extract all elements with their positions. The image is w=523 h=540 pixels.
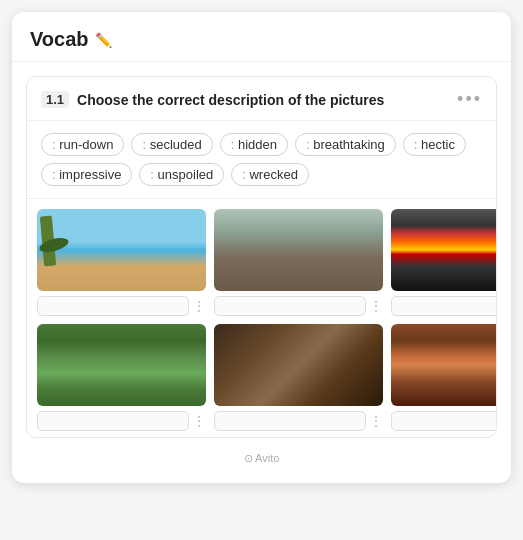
answer-input-cave[interactable] — [391, 411, 497, 431]
image-dots-forest[interactable]: ⋮ — [192, 413, 206, 429]
word-chip-impressive[interactable]: impressive — [41, 163, 132, 186]
word-chip-unspoiled[interactable]: unspoiled — [139, 163, 224, 186]
exercise-instruction: Choose the correct description of the pi… — [77, 92, 384, 108]
images-grid: ⋮⋮⋮⋮⋮⋮⋮⋮ — [27, 199, 496, 437]
word-chips: run-downsecludedhiddenbreathtakinghectic… — [27, 121, 496, 199]
answer-input-city[interactable] — [391, 296, 497, 316]
word-chip-hidden[interactable]: hidden — [220, 133, 288, 156]
image-input-row-forest: ⋮ — [37, 411, 206, 431]
exercise-section: 1.1 Choose the correct description of th… — [26, 76, 497, 438]
image-dots-beach[interactable]: ⋮ — [192, 298, 206, 314]
image-card-abandoned: ⋮ — [214, 324, 383, 431]
image-input-row-beach: ⋮ — [37, 296, 206, 316]
word-chip-secluded[interactable]: secluded — [131, 133, 212, 156]
image-ruins — [214, 209, 383, 291]
word-chip-run-down[interactable]: run-down — [41, 133, 124, 156]
answer-input-beach[interactable] — [37, 296, 189, 316]
image-card-city: ⋮ — [391, 209, 497, 316]
exercise-header-left: 1.1 Choose the correct description of th… — [41, 91, 384, 108]
page-title: Vocab — [30, 28, 89, 51]
image-abandoned — [214, 324, 383, 406]
image-beach — [37, 209, 206, 291]
avito-label: ⊙ Avito — [244, 452, 280, 464]
image-input-row-cave: ⋮ — [391, 411, 497, 431]
exercise-header: 1.1 Choose the correct description of th… — [27, 77, 496, 121]
avito-bar: ⊙ Avito — [12, 446, 511, 467]
image-city — [391, 209, 497, 291]
edit-icon[interactable]: ✏️ — [95, 32, 112, 48]
image-input-row-ruins: ⋮ — [214, 296, 383, 316]
image-cave — [391, 324, 497, 406]
image-card-beach: ⋮ — [37, 209, 206, 316]
image-card-forest: ⋮ — [37, 324, 206, 431]
image-forest — [37, 324, 206, 406]
image-dots-abandoned[interactable]: ⋮ — [369, 413, 383, 429]
word-chip-wrecked[interactable]: wrecked — [231, 163, 309, 186]
word-chip-hectic[interactable]: hectic — [403, 133, 466, 156]
page-header: Vocab ✏️ — [12, 12, 511, 62]
dots-menu[interactable]: ••• — [457, 89, 482, 110]
page-container: Vocab ✏️ 1.1 Choose the correct descript… — [12, 12, 511, 483]
image-input-row-abandoned: ⋮ — [214, 411, 383, 431]
answer-input-abandoned[interactable] — [214, 411, 366, 431]
answer-input-forest[interactable] — [37, 411, 189, 431]
word-chip-breathtaking[interactable]: breathtaking — [295, 133, 396, 156]
image-card-cave: ⋮ — [391, 324, 497, 431]
answer-input-ruins[interactable] — [214, 296, 366, 316]
image-input-row-city: ⋮ — [391, 296, 497, 316]
exercise-number: 1.1 — [41, 91, 69, 108]
image-dots-ruins[interactable]: ⋮ — [369, 298, 383, 314]
image-card-ruins: ⋮ — [214, 209, 383, 316]
